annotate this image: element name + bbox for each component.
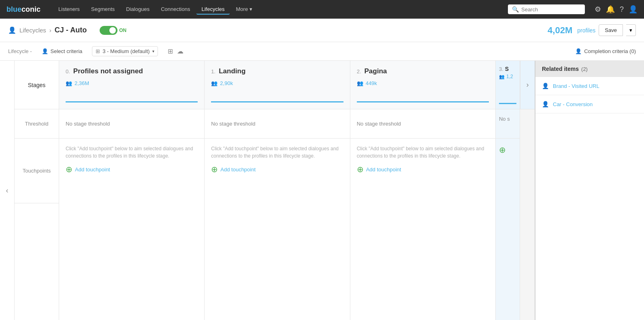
select-criteria-button[interactable]: 👤 Select criteria — [38, 47, 86, 56]
user-icon[interactable]: 👤 — [629, 5, 638, 14]
related-items-count: (2) — [581, 66, 588, 72]
label-column: Stages Threshold Touchpoints — [15, 61, 59, 320]
logo-blue: blue — [6, 5, 21, 13]
nav-lifecycles[interactable]: Lifecycles — [196, 4, 229, 15]
stage-header-3: 3. S 👥 1,2 — [496, 61, 520, 109]
add-touchpoint-button-1[interactable]: ⊕ Add touchpoint — [211, 164, 343, 174]
lifecycle-toggle-container[interactable]: ON — [100, 26, 126, 35]
related-items-header: Related items (2) — [535, 61, 644, 77]
add-touchpoint-label-1: Add touchpoint — [220, 166, 256, 173]
grid-icon[interactable]: ⊞ — [168, 47, 173, 55]
lifecycle-label: Lifecycle - — [8, 48, 32, 54]
save-button[interactable]: Save — [599, 24, 623, 36]
cloud-icon[interactable]: ☁ — [177, 47, 183, 55]
logo-conic: conic — [21, 5, 41, 13]
criteria-icon: 👤 — [42, 48, 48, 54]
nav-more[interactable]: More ▾ — [231, 4, 257, 15]
nav-connections[interactable]: Connections — [156, 4, 195, 15]
related-item-icon-1: 👤 — [542, 101, 549, 107]
notifications-icon[interactable]: 🔔 — [606, 5, 615, 14]
completion-label: Completion criteria (0) — [584, 48, 636, 54]
threshold-value-3: No s — [499, 116, 510, 122]
select-criteria-label: Select criteria — [51, 48, 83, 54]
stage-name-1: Landing — [219, 67, 245, 75]
stage-progress-bar-0 — [66, 101, 198, 102]
touchpoints-cell-3: ⊕ — [496, 139, 520, 161]
save-dropdown-button[interactable]: ▾ — [626, 24, 636, 36]
add-icon-3: ⊕ — [499, 145, 506, 154]
add-touchpoint-icon-0: ⊕ — [66, 164, 73, 174]
profiles-label: profiles — [577, 27, 595, 34]
stage-col-2: 2. Pagina 👥 449k No stage threshold Clic… — [350, 61, 496, 320]
related-item-text-0: Brand - Visited URL — [553, 83, 599, 89]
stage-num-0: 0. — [66, 68, 70, 75]
add-touchpoint-label-2: Add touchpoint — [366, 166, 401, 173]
lifecycle-toggle[interactable] — [100, 26, 117, 35]
prev-stage-button[interactable]: ‹ — [0, 61, 15, 320]
stages-header-label: Stages — [15, 61, 59, 109]
lifecycle-toolbar: Lifecycle - 👤 Select criteria ⊞ 3 - Medi… — [0, 42, 644, 61]
speed-selector[interactable]: ⊞ 3 - Medium (default) ▾ — [92, 46, 158, 56]
threshold-label: Threshold — [15, 109, 59, 139]
stage-count-1: 👥 2,90k — [211, 80, 343, 86]
nav-listeners[interactable]: Listeners — [53, 4, 85, 15]
stage-progress-bar-1 — [211, 101, 343, 102]
speed-chevron-icon: ▾ — [152, 49, 154, 53]
stage-count-value-1: 2,90k — [220, 80, 233, 86]
breadcrumb-separator: › — [49, 27, 51, 34]
stage-count-icon-2: 👥 — [357, 80, 363, 86]
stage-count-icon-1: 👥 — [211, 80, 218, 86]
touchpoints-cell-0: Click "Add touchpoint" below to aim sele… — [59, 139, 204, 181]
stage-count-icon-0: 👥 — [66, 80, 72, 86]
threshold-cell-1: No stage threshold — [205, 109, 350, 139]
help-icon[interactable]: ? — [620, 5, 624, 14]
related-item-1[interactable]: 👤 Car - Conversion — [535, 95, 644, 113]
stage-header-0: 0. Profiles not assigned 👥 2,36M — [59, 61, 204, 109]
stage-count-0: 👥 2,36M — [66, 80, 198, 86]
stage-header-2: 2. Pagina 👥 449k — [350, 61, 495, 109]
search-input[interactable] — [521, 6, 578, 13]
right-panel: Related items (2) 👤 Brand - Visited URL … — [535, 61, 644, 320]
stage-name-3: S — [505, 66, 509, 72]
page-header: 👤 Lifecycles › CJ - Auto ON 4,02M profil… — [0, 19, 644, 42]
completion-criteria-button[interactable]: 👤 Completion criteria (0) — [575, 48, 636, 54]
next-stage-button[interactable]: › — [520, 61, 535, 109]
related-items-title: Related items — [542, 66, 579, 72]
search-box[interactable]: 🔍 — [508, 4, 585, 14]
page-title: CJ - Auto — [55, 26, 87, 34]
main-content: ‹ Stages Threshold Touchpoints 0. Profil… — [0, 61, 644, 320]
profiles-count: 4,02M — [548, 25, 572, 36]
stage-progress-bar-2 — [357, 101, 489, 102]
touchpoints-cell-1: Click "Add touchpoint" below to aim sele… — [205, 139, 350, 181]
nav-links: Listeners Segments Dialogues Connections… — [53, 4, 498, 15]
touchpoints-desc-1: Click "Add touchpoint" below to aim sele… — [211, 145, 343, 160]
threshold-value-2: No stage threshold — [357, 121, 401, 127]
stage-name-0: Profiles not assigned — [73, 67, 143, 75]
add-touchpoint-icon-2: ⊕ — [357, 164, 364, 174]
add-touchpoint-button-2[interactable]: ⊕ Add touchpoint — [357, 164, 489, 174]
touchpoints-cell-2: Click "Add touchpoint" below to aim sele… — [350, 139, 495, 181]
logo: blueconic — [6, 5, 41, 14]
stage-name-2: Pagina — [365, 67, 387, 75]
threshold-cell-3: No s — [496, 109, 520, 139]
top-navigation: blueconic Listeners Segments Dialogues C… — [0, 0, 644, 19]
related-item-0[interactable]: 👤 Brand - Visited URL — [535, 77, 644, 95]
speed-icon: ⊞ — [96, 48, 100, 54]
related-item-text-1: Car - Conversion — [553, 101, 593, 107]
stages-label: Stages — [28, 82, 46, 88]
nav-dialogues[interactable]: Dialogues — [121, 4, 154, 15]
stage-count-2: 👥 449k — [357, 80, 489, 86]
search-icon: 🔍 — [512, 6, 519, 13]
breadcrumb-parent[interactable]: Lifecycles — [19, 27, 46, 34]
completion-icon: 👤 — [575, 48, 582, 54]
threshold-cell-2: No stage threshold — [350, 109, 495, 139]
add-touchpoint-button-0[interactable]: ⊕ Add touchpoint — [66, 164, 198, 174]
toggle-label: ON — [119, 28, 126, 33]
related-item-icon-0: 👤 — [542, 83, 549, 89]
stage-progress-bar-3 — [499, 103, 516, 104]
nav-segments[interactable]: Segments — [86, 4, 120, 15]
touchpoints-label: Touchpoints — [15, 139, 59, 203]
stage-count-value-2: 449k — [366, 80, 377, 86]
stage-num-1: 1. — [211, 68, 215, 75]
settings-icon[interactable]: ⚙ — [595, 5, 601, 14]
